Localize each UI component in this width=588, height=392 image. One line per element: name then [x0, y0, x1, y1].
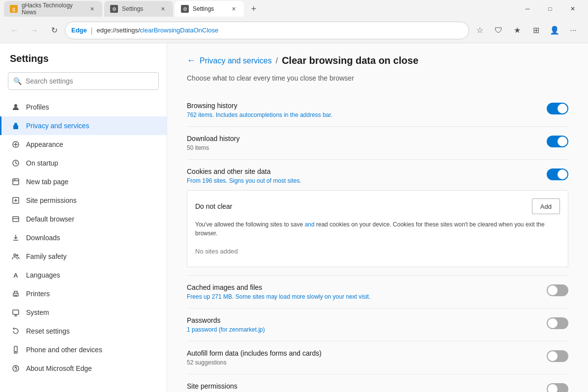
sidebar-item-default-browser[interactable]: Default browser	[0, 210, 167, 228]
forward-button[interactable]: →	[26, 22, 43, 39]
title-bar: g gHacks Technology News ✕ ⚙ Settings ✕ …	[0, 0, 588, 18]
cookies-desc: From 196 sites. Signs you out of most si…	[187, 177, 537, 184]
new-tab-button[interactable]: +	[246, 1, 262, 17]
sidebar-item-site-permissions[interactable]: Site permissions	[0, 191, 167, 210]
tab-settings1-close[interactable]: ✕	[158, 4, 167, 13]
tab-settings-1[interactable]: ⚙ Settings ✕	[104, 1, 173, 17]
maximize-button[interactable]: □	[539, 1, 561, 17]
autofill-label: Autofill form data (includes forms and c…	[187, 349, 537, 357]
minimize-button[interactable]: ─	[516, 1, 539, 17]
sidebar-item-family-safety[interactable]: Family safety	[0, 247, 167, 266]
sidebar-item-label-printers: Printers	[26, 290, 50, 298]
forward-icon: →	[30, 26, 38, 35]
search-box[interactable]: 🔍	[8, 72, 159, 90]
new-tab-icon	[11, 177, 20, 186]
download-history-desc: 50 items	[187, 144, 537, 151]
toggle-thumb	[548, 285, 558, 295]
svg-point-7	[14, 254, 16, 256]
sidebar-item-printers[interactable]: Printers	[0, 284, 167, 303]
printers-icon	[11, 289, 20, 298]
tab-ghacks-favicon: g	[10, 5, 18, 13]
collections-icon: ⊞	[533, 26, 539, 35]
back-button[interactable]: ←	[6, 22, 24, 39]
breadcrumb-current: Clear browsing data on close	[282, 55, 418, 66]
do-not-clear-desc: You've allowed the following sites to sa…	[195, 220, 560, 238]
address-separator: |	[91, 27, 93, 34]
address-url: edge://settings/clearBrowsingDataOnClose	[96, 27, 218, 34]
cookies-toggle[interactable]	[547, 168, 568, 180]
shield-button[interactable]: 🛡	[490, 22, 507, 39]
address-bar[interactable]: Edge | edge://settings/clearBrowsingData…	[65, 22, 469, 39]
tab-ghacks-label: gHacks Technology News	[22, 2, 84, 16]
cached-images-label: Cached images and files	[187, 283, 537, 291]
breadcrumb-separator: /	[276, 56, 278, 65]
browsing-history-label: Browsing history	[187, 102, 537, 110]
download-history-toggle[interactable]	[547, 136, 568, 147]
passwords-label: Passwords	[187, 316, 537, 324]
toggle-thumb	[548, 351, 558, 361]
sidebar-item-label-downloads: Downloads	[26, 234, 60, 242]
browser-frame: g gHacks Technology News ✕ ⚙ Settings ✕ …	[0, 0, 588, 392]
avatar-icon: 👤	[550, 26, 559, 35]
sidebar-item-privacy[interactable]: Privacy and services	[0, 116, 167, 135]
svg-point-14	[16, 367, 16, 367]
download-history-info: Download history 50 items	[187, 135, 537, 151]
no-sites-text: No sites added	[195, 244, 560, 259]
star-icon: ☆	[476, 26, 483, 35]
cookies-label: Cookies and other site data	[187, 168, 537, 175]
cached-images-toggle[interactable]	[547, 284, 568, 296]
sidebar-item-on-startup[interactable]: On startup	[0, 154, 167, 172]
sidebar-item-new-tab[interactable]: New tab page	[0, 172, 167, 191]
tab-ghacks-close[interactable]: ✕	[88, 4, 96, 13]
breadcrumb: ← Privacy and services / Clear browsing …	[187, 55, 568, 66]
sidebar-item-label-languages: Languages	[26, 271, 60, 279]
breadcrumb-parent-link[interactable]: Privacy and services	[200, 56, 272, 65]
collections-button[interactable]: ⊞	[527, 22, 545, 39]
sidebar-item-label-resetsettings: Reset settings	[26, 327, 70, 335]
passwords-toggle[interactable]	[547, 317, 568, 329]
tab-settings-2[interactable]: ⚙ Settings ✕	[175, 1, 244, 17]
site-permissions-toggle[interactable]	[547, 383, 568, 392]
add-site-button[interactable]: Add	[532, 198, 560, 214]
browsing-history-toggle[interactable]	[547, 103, 568, 114]
cached-images-info: Cached images and files Frees up 271 MB.…	[187, 283, 537, 300]
address-url-path: clearBrowsingDataOnClose	[140, 27, 219, 34]
default-browser-icon	[11, 215, 20, 224]
system-icon	[11, 308, 20, 317]
search-icon: 🔍	[13, 77, 22, 85]
close-button[interactable]: ✕	[561, 1, 584, 17]
sidebar-title: Settings	[0, 53, 167, 72]
toggle-thumb	[558, 104, 567, 113]
sidebar-item-system[interactable]: System	[0, 303, 167, 322]
refresh-button[interactable]: ↻	[45, 22, 63, 39]
sidebar-item-about[interactable]: About Microsoft Edge	[0, 359, 167, 378]
site-permissions-label: Site permissions	[187, 382, 537, 390]
sidebar-item-phone[interactable]: Phone and other devices	[0, 340, 167, 359]
about-icon	[11, 364, 20, 373]
family-safety-icon	[11, 252, 20, 261]
breadcrumb-back-button[interactable]: ←	[187, 56, 196, 66]
settings-content: ← Privacy and services / Clear browsing …	[167, 43, 588, 392]
sidebar-item-profiles[interactable]: Profiles	[0, 98, 167, 116]
appearance-icon	[11, 140, 20, 149]
sidebar-item-appearance[interactable]: Appearance	[0, 135, 167, 154]
page-subtitle: Choose what to clear every time you clos…	[187, 74, 568, 82]
more-button[interactable]: ···	[564, 22, 582, 39]
sidebar-item-label-familysafety: Family safety	[26, 252, 66, 260]
star-button[interactable]: ☆	[471, 22, 489, 39]
cached-images-row: Cached images and files Frees up 271 MB.…	[187, 276, 568, 308]
tab-settings2-close[interactable]: ✕	[229, 4, 238, 13]
favorites-button[interactable]: ★	[508, 22, 526, 39]
autofill-toggle[interactable]	[547, 350, 568, 362]
sidebar-item-label-sitepermissions: Site permissions	[26, 196, 77, 204]
passwords-info: Passwords 1 password (for zenmarket.jp)	[187, 316, 537, 333]
download-history-label: Download history	[187, 135, 537, 142]
profile-button[interactable]: 👤	[546, 22, 563, 39]
phone-icon	[11, 345, 20, 354]
sidebar-item-languages[interactable]: A Languages	[0, 266, 167, 284]
sidebar-item-reset-settings[interactable]: Reset settings	[0, 322, 167, 340]
tab-ghacks[interactable]: g gHacks Technology News ✕	[4, 1, 102, 17]
search-input[interactable]	[26, 77, 153, 85]
sidebar-item-downloads[interactable]: Downloads	[0, 228, 167, 247]
favorites-icon: ★	[514, 26, 521, 35]
